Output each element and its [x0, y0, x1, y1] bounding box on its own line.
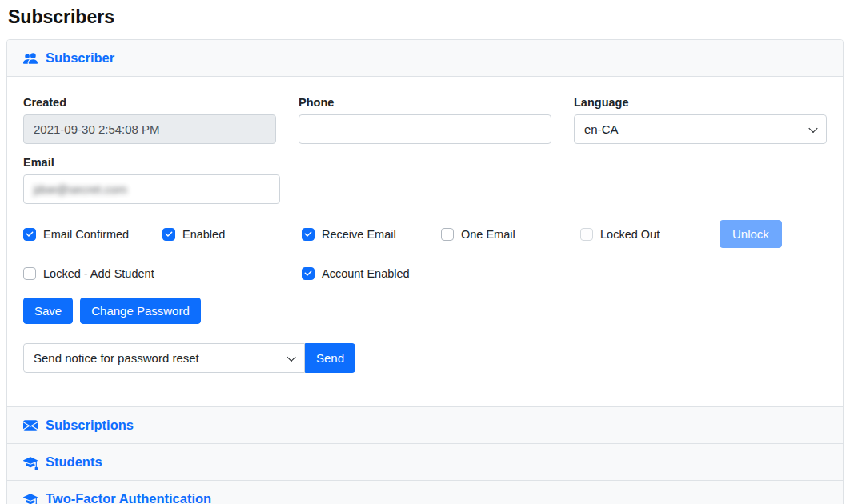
checkbox-label: Email Confirmed	[43, 228, 129, 241]
created-input: 2021-09-30 2:54:08 PM	[23, 114, 276, 144]
checkbox-locked-out: Locked Out	[580, 228, 660, 241]
checkbox-enabled[interactable]: Enabled	[162, 228, 225, 241]
checkbox-label: One Email	[461, 228, 515, 241]
created-field-group: Created 2021-09-30 2:54:08 PM	[23, 96, 276, 144]
checkbox-box[interactable]	[441, 228, 454, 241]
checkbox-box[interactable]	[23, 228, 36, 241]
send-button[interactable]: Send	[305, 343, 355, 373]
accordion-header-subscriptions[interactable]: Subscriptions	[7, 406, 843, 443]
checkbox-receive-email[interactable]: Receive Email	[302, 228, 396, 241]
checkbox-box[interactable]	[162, 228, 175, 241]
checkbox-one-email[interactable]: One Email	[441, 228, 515, 241]
email-label: Email	[23, 156, 280, 169]
mortarboard-icon	[23, 455, 38, 470]
checkbox-label: Locked - Add Student	[43, 267, 154, 280]
accordion-header-students[interactable]: Students	[7, 443, 843, 480]
checkbox-box	[580, 228, 593, 241]
checkbox-account-enabled[interactable]: Account Enabled	[302, 267, 410, 280]
created-label: Created	[23, 96, 276, 109]
save-button[interactable]: Save	[23, 298, 73, 324]
subscriber-panel: Created 2021-09-30 2:54:08 PM Phone Lang…	[7, 76, 843, 406]
phone-input[interactable]	[299, 114, 551, 144]
accordion-header-label: Two-Factor Authentication	[46, 491, 211, 504]
language-field-group: Language en-CA	[574, 96, 827, 144]
checkbox-box[interactable]	[23, 267, 36, 280]
checkbox-box[interactable]	[302, 267, 315, 280]
email-value: jdoe@secret.com	[34, 182, 127, 196]
action-buttons: Save Change Password	[23, 298, 827, 324]
checkbox-label: Locked Out	[600, 228, 660, 241]
checkbox-email-confirmed[interactable]: Email Confirmed	[23, 228, 129, 241]
subscriber-accordion: Subscriber Created 2021-09-30 2:54:08 PM…	[6, 39, 844, 504]
unlock-button[interactable]: Unlock	[720, 220, 782, 248]
notice-group: Send notice for password reset Send	[23, 343, 827, 373]
envelope-icon	[23, 418, 38, 433]
checkbox-label: Enabled	[182, 228, 225, 241]
people-icon	[23, 51, 38, 66]
checkbox-row-1: Email Confirmed Enabled Receive Email On…	[23, 220, 827, 248]
checkbox-locked-add-student[interactable]: Locked - Add Student	[23, 267, 154, 280]
accordion-header-label: Students	[46, 454, 102, 470]
accordion-header-subscriber[interactable]: Subscriber	[7, 40, 843, 76]
mortarboard-icon	[23, 492, 38, 504]
language-select[interactable]: en-CA	[574, 114, 827, 144]
language-label: Language	[574, 96, 827, 109]
accordion-header-label: Subscriptions	[46, 418, 134, 433]
notice-select[interactable]: Send notice for password reset	[23, 343, 305, 373]
change-password-button[interactable]: Change Password	[80, 298, 201, 324]
checkbox-box[interactable]	[302, 228, 315, 241]
accordion-header-two-factor[interactable]: Two-Factor Authentication	[7, 480, 843, 504]
form-row-top: Created 2021-09-30 2:54:08 PM Phone Lang…	[23, 96, 827, 144]
checkbox-row-2: Locked - Add Student Account Enabled	[23, 264, 827, 283]
accordion-header-label: Subscriber	[46, 50, 114, 66]
phone-field-group: Phone	[299, 96, 551, 144]
checkbox-label: Receive Email	[322, 228, 396, 241]
page-title: Subscribers	[8, 6, 866, 28]
checkbox-label: Account Enabled	[322, 267, 410, 280]
email-field-group: Email jdoe@secret.com	[23, 156, 280, 204]
phone-label: Phone	[299, 96, 551, 109]
email-input[interactable]: jdoe@secret.com	[23, 174, 280, 204]
